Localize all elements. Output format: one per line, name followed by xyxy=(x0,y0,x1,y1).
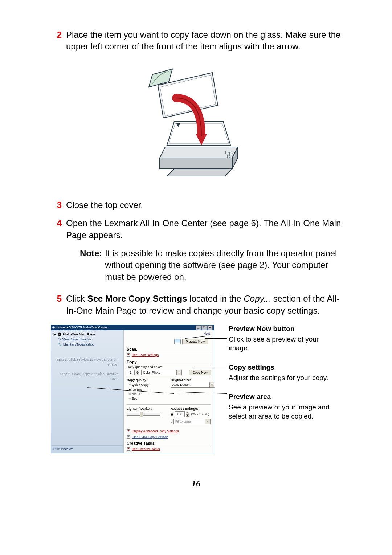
separator xyxy=(127,404,211,405)
minus-icon xyxy=(127,435,130,439)
scanner-diagram-svg xyxy=(142,64,250,183)
original-size-label: Original size: xyxy=(171,378,211,382)
step-4-number: 4 xyxy=(51,217,62,229)
copy-section-title: Copy... xyxy=(127,360,211,365)
preview-thumb-icon xyxy=(174,339,181,344)
step-5: 5 Click See More Copy Settings located i… xyxy=(51,293,341,317)
callout-copy-settings-text: Adjust the settings for your copy. xyxy=(229,374,341,383)
svg-marker-0 xyxy=(167,169,232,176)
page-number: 16 xyxy=(51,479,341,489)
svg-point-6 xyxy=(225,151,228,154)
pointer-icon: ▶ xyxy=(53,332,56,336)
svg-marker-2 xyxy=(160,158,232,169)
sidebar-steps: Step 1. Click Preview to view the curren… xyxy=(51,357,123,381)
copy-now-button[interactable]: Copy Now xyxy=(189,370,211,375)
display-advanced-link[interactable]: Display Advanced Copy Settings xyxy=(127,429,211,433)
window-controls[interactable]: _□× xyxy=(195,325,213,330)
sidebar-step1: Step 1. Click Preview to view the curren… xyxy=(56,357,118,367)
callout-preview-now: Preview Now button Click to see a previe… xyxy=(229,325,341,353)
note-label: Note: xyxy=(80,248,102,283)
window-title: Lexmark X74-X75 All-In-One Center xyxy=(56,326,108,329)
see-scan-settings-link[interactable]: See Scan Settings xyxy=(127,353,211,357)
original-size-dropdown[interactable]: Auto-Detect xyxy=(171,382,215,388)
sidebar: ▶ 🖼 All-In-One Main Page 🗂 View Saved Im… xyxy=(51,330,124,453)
copy-quality-label: Copy quality: xyxy=(127,378,167,382)
sidebar-step2: Step 2. Scan, Copy, or pick a Creative T… xyxy=(56,371,118,381)
plus-icon xyxy=(127,353,130,357)
callout-preview-area: Preview area See a preview of your image… xyxy=(229,392,341,421)
maximize-icon[interactable]: □ xyxy=(201,325,207,330)
step-2-text: Place the item you want to copy face dow… xyxy=(66,29,341,53)
reduce-spinner[interactable]: ▴▾ xyxy=(186,412,189,417)
step-4-text: Open the Lexmark All-In-One Center (see … xyxy=(66,217,341,241)
plus-icon xyxy=(127,429,130,433)
preview-now-group: Preview Now xyxy=(174,339,208,344)
hide-extra-link[interactable]: Hide Extra Copy Settings xyxy=(127,435,211,439)
callout-preview-now-title: Preview Now button xyxy=(229,325,341,334)
reduce-enlarge-label: Reduce / Enlarge: xyxy=(171,407,211,411)
lighter-darker-label: Lighter / Darker: xyxy=(127,407,167,411)
plus-icon xyxy=(127,447,130,451)
fit-to-page-dropdown[interactable]: Fit to page xyxy=(173,419,211,424)
step-5-text: Click See More Copy Settings located in … xyxy=(66,293,341,317)
sidebar-footer[interactable]: Print Preview xyxy=(51,445,123,452)
step-3-number: 3 xyxy=(51,199,62,211)
quality-quick[interactable]: Quick Copy xyxy=(129,383,167,387)
copy-qty-input[interactable]: 1 xyxy=(127,370,135,375)
step-2: 2 Place the item you want to copy face d… xyxy=(51,29,341,53)
callout-copy-settings: Copy settings Adjust the settings for yo… xyxy=(229,363,341,382)
sidebar-item-saved[interactable]: 🗂 View Saved Images xyxy=(51,337,123,342)
sidebar-item-main-page[interactable]: ▶ 🖼 All-In-One Main Page xyxy=(51,332,123,337)
scanner-illustration xyxy=(51,64,341,185)
callout-preview-area-text: See a preview of your image and select a… xyxy=(229,403,341,421)
copy-type-dropdown[interactable]: Color Photo xyxy=(141,370,182,375)
step-4: 4 Open the Lexmark All-In-One Center (se… xyxy=(51,217,341,241)
main-pane: Help Preview Now Scan... See Scan Settin… xyxy=(124,330,214,453)
step-5-number: 5 xyxy=(51,293,62,305)
svg-point-7 xyxy=(229,152,232,155)
callout-copy-settings-title: Copy settings xyxy=(229,363,341,372)
copy-qty-spinner[interactable]: ▴▾ xyxy=(136,370,139,375)
callout-preview-area-title: Preview area xyxy=(229,392,341,401)
sidebar-item-maintain[interactable]: 🔧 Maintain/Troubleshoot xyxy=(51,342,123,347)
reduce-range: (25 - 400 %) xyxy=(191,412,209,416)
close-icon[interactable]: × xyxy=(207,325,213,330)
step-3: 3 Close the top cover. xyxy=(51,199,341,211)
note-text: It is possible to make copies directly f… xyxy=(105,248,341,283)
quality-best[interactable]: Best xyxy=(129,396,167,401)
preview-now-button[interactable]: Preview Now xyxy=(182,339,208,344)
svg-point-8 xyxy=(227,155,230,158)
callout-preview-now-text: Click to see a preview of your image. xyxy=(229,335,341,353)
step-2-number: 2 xyxy=(51,29,62,41)
lighter-darker-slider[interactable] xyxy=(127,413,160,416)
note-block: Note: It is possible to make copies dire… xyxy=(80,248,341,283)
creative-section-title: Creative Tasks xyxy=(127,441,211,446)
reduce-value-input[interactable]: 100 xyxy=(175,411,185,417)
app-window: ◈ Lexmark X74-X75 All-In-One Center _□× … xyxy=(51,325,214,453)
software-screenshot: ◈ Lexmark X74-X75 All-In-One Center _□× … xyxy=(51,325,214,453)
minimize-icon[interactable]: _ xyxy=(196,325,201,330)
step-3-text: Close the top cover. xyxy=(66,199,341,211)
scan-section-title: Scan... xyxy=(127,347,211,352)
see-creative-link[interactable]: See Creative Tasks xyxy=(127,447,211,451)
help-link[interactable]: Help xyxy=(203,332,210,335)
callouts: Preview Now button Click to see a previe… xyxy=(229,325,341,431)
window-titlebar: ◈ Lexmark X74-X75 All-In-One Center _□× xyxy=(51,325,214,330)
